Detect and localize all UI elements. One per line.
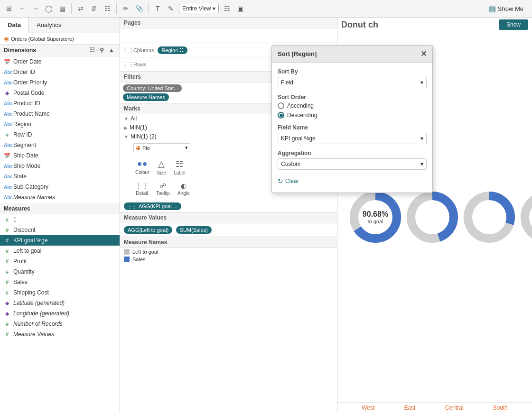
field-sales[interactable]: # Sales (0, 277, 120, 287)
field-region[interactable]: Abc Region (0, 119, 120, 129)
tab-data[interactable]: Data (0, 18, 29, 33)
axis-south: South (493, 404, 508, 411)
detail-btn[interactable]: ⋮⋮ Detail (133, 180, 150, 198)
back-icon[interactable]: ← (17, 3, 28, 14)
abc-icon: Abc (4, 122, 10, 127)
field-row-id[interactable]: # Row ID (0, 129, 120, 140)
field-name-select[interactable]: KPI goal %ge ▾ (278, 133, 427, 144)
field-kpi-goal[interactable]: # KPI goal %ge (0, 235, 120, 246)
rows-icon: ⋮⋮ (122, 61, 131, 68)
grid-icon[interactable]: ⊞ (4, 3, 14, 14)
ascending-radio[interactable]: Ascending (278, 102, 427, 109)
angle-btn[interactable]: ◐ Angle (176, 180, 192, 198)
sep3 (148, 3, 149, 14)
field-longitude[interactable]: ◆ Longitude (generated) (0, 308, 120, 319)
close-icon[interactable]: ✕ (420, 49, 427, 58)
field-discount[interactable]: # Discount (0, 225, 120, 235)
donut-east (404, 189, 461, 246)
left-panel: Data Analytics ◉ Orders (Global Supersto… (0, 18, 120, 413)
data-source[interactable]: ◉ Orders (Global Superstore) (0, 33, 120, 45)
field-left-to-goal[interactable]: # Left to goal (0, 246, 120, 256)
field-profit[interactable]: # Profit (0, 256, 120, 266)
chevron-down-icon: ▾ (185, 145, 188, 151)
tab-analytics[interactable]: Analytics (29, 18, 69, 33)
field-state[interactable]: Abc State (0, 171, 120, 182)
clear-button[interactable]: ↻ Clear (278, 175, 427, 187)
field-ship-date[interactable]: 📅 Ship Date (0, 150, 120, 161)
field-ship-mode[interactable]: Abc Ship Mode (0, 161, 120, 171)
show-btn[interactable]: Show (499, 19, 528, 30)
swap-icon[interactable]: ⇄ (75, 3, 86, 14)
mark-type-select[interactable]: ◕ Pie ▾ (133, 143, 190, 152)
sort-order-label: Sort Order (278, 94, 427, 101)
field-product-id[interactable]: Abc Product ID (0, 98, 120, 109)
filter-measure-names[interactable]: Measure Names (123, 93, 169, 101)
sort-dialog[interactable]: Sort [Region] ✕ Sort By Field ▾ Sort Ord… (271, 45, 433, 193)
collapse-icon: ▼ (124, 116, 129, 121)
mv-sum-sales[interactable]: SUM(Sales) (176, 226, 212, 234)
descending-radio[interactable]: Descending (278, 112, 427, 119)
columns-label: Columns (133, 47, 154, 53)
pen-icon[interactable]: ✏ (121, 3, 131, 14)
dialog-title: Sort [Region] (278, 50, 317, 57)
bars-icon[interactable]: ☷ (222, 3, 232, 14)
field-sub-category[interactable]: Abc Sub-Category (0, 182, 120, 192)
field-product-name[interactable]: Abc Product Name (0, 109, 120, 119)
mv-left-to-goal[interactable]: AGG(Left to goal) (124, 226, 172, 234)
colour-btn[interactable]: ●● Colour (133, 157, 151, 177)
dimensions-grid-btn[interactable]: ☷ (88, 46, 96, 54)
field-measure-values[interactable]: # Measure Values (0, 329, 120, 340)
swatch-gray (124, 249, 130, 255)
attach-icon[interactable]: 📎 (134, 3, 144, 14)
panel-tabs: Data Analytics (0, 18, 120, 33)
agg-kpi-pill[interactable]: ⋮⋮ AGG(KPI goal ... (124, 202, 181, 210)
sort-by-select[interactable]: Field ▾ (278, 77, 427, 88)
field-shipping-cost[interactable]: # Shipping Cost (0, 287, 120, 298)
star-icon[interactable]: ✎ (166, 3, 176, 14)
field-quantity[interactable]: # Quantity (0, 266, 120, 277)
canvas-header-row: Donut ch Show (337, 18, 532, 32)
donut-east-svg (404, 189, 461, 246)
filter-country[interactable]: Country: United Stat... (123, 84, 182, 92)
label-btn[interactable]: ☷ Label (172, 157, 187, 177)
show-me-button[interactable]: ▦ Show Me (484, 2, 528, 15)
legend-sales: Sales (120, 256, 337, 263)
region-pill[interactable]: Region ☷ (158, 46, 187, 54)
field-1[interactable]: # 1 (0, 214, 120, 225)
show-me-icon: ▦ (489, 4, 496, 13)
device-icon[interactable]: ▣ (235, 3, 245, 14)
geo-icon: ◆ (4, 300, 10, 306)
abc-icon: Abc (4, 80, 10, 85)
dimensions-search-btn[interactable]: ⚲ (98, 46, 105, 54)
datasource-icon: ◉ (4, 35, 9, 42)
save-icon[interactable]: ◯ (44, 3, 54, 14)
tooltip-btn[interactable]: ☍ Tooltip (154, 180, 172, 198)
field-latitude[interactable]: ◆ Latitude (generated) (0, 298, 120, 308)
view-dropdown[interactable]: Entire View ▾ (179, 4, 219, 13)
dimensions-collapse-btn[interactable]: ▲ (107, 46, 116, 54)
text-icon[interactable]: T (152, 3, 163, 14)
field-order-priority[interactable]: Abc Order Priority (0, 77, 120, 88)
forward-icon[interactable]: → (30, 3, 41, 14)
field-segment[interactable]: Abc Segment (0, 140, 120, 150)
toolbar: ⊞ ← → ◯ ▦ ⇄ ⇵ ☷ ✏ 📎 T ✎ Entire View ▾ ☷ … (0, 0, 532, 18)
aggregation-select[interactable]: Custom ▾ (278, 158, 427, 170)
field-order-date[interactable]: 📅 Order Date (0, 56, 120, 67)
donut-central-chart (461, 189, 518, 246)
chevron-down-icon: ▾ (420, 79, 423, 86)
west-text: 90.68% to goal (363, 210, 388, 224)
donut-east-chart (404, 189, 461, 246)
measures-label: Measures (4, 205, 30, 212)
field-measure-names[interactable]: Abc Measure Names (0, 192, 120, 202)
pie-icon: ◕ (136, 145, 140, 151)
sep2 (116, 3, 117, 14)
data-icon[interactable]: ▦ (57, 3, 67, 14)
size-btn[interactable]: △ Size (155, 157, 168, 177)
dimensions-label: Dimensions (4, 47, 36, 54)
field-number-of-records[interactable]: # Number of Records (0, 319, 120, 329)
field-order-id[interactable]: Abc Order ID (0, 67, 120, 77)
filter-icon[interactable]: ☷ (102, 3, 112, 14)
chevron-down-icon: ▾ (213, 5, 215, 12)
field-postal-code[interactable]: ◆ Postal Code (0, 88, 120, 98)
sort-icon[interactable]: ⇵ (89, 3, 99, 14)
